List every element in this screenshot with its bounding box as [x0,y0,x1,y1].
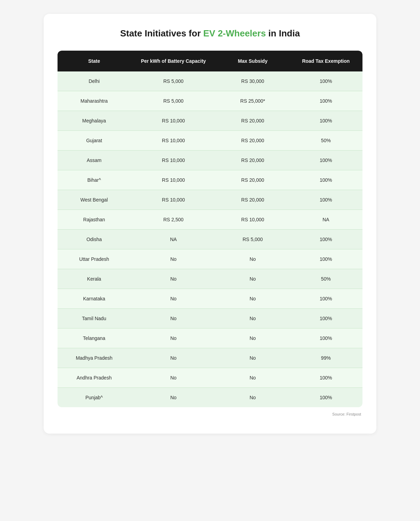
cell-subsidy: No [216,328,289,348]
header-subsidy: Max Subsidy [216,51,289,71]
table-row: Andhra PradeshNoNo100% [58,368,362,388]
cell-subsidy: No [216,269,289,289]
cell-subsidy: No [216,289,289,309]
cell-subsidy: No [216,348,289,368]
cell-road: 99% [289,348,362,368]
cell-subsidy: No [216,368,289,388]
cell-battery: No [131,289,216,309]
cell-road: 100% [289,190,362,210]
cell-road: 100% [289,309,362,328]
cell-battery: RS 10,000 [131,170,216,190]
cell-state: Gujarat [58,131,131,151]
cell-state: Maharashtra [58,91,131,111]
cell-road: 100% [289,170,362,190]
cell-subsidy: RS 20,000 [216,170,289,190]
cell-subsidy: RS 20,000 [216,111,289,131]
cell-state: Punjab^ [58,388,131,407]
cell-road: NA [289,210,362,230]
initiatives-table: State Per kWh of Battery Capacity Max Su… [58,51,362,407]
table-row: GujaratRS 10,000RS 20,00050% [58,131,362,151]
source-text: Source: Firstpost [332,412,361,416]
cell-state: Tamil Nadu [58,309,131,328]
table-row: TelanganaNoNo100% [58,328,362,348]
table-row: Tamil NaduNoNo100% [58,309,362,328]
cell-battery: No [131,368,216,388]
cell-road: 100% [289,230,362,249]
cell-subsidy: RS 20,000 [216,131,289,151]
cell-battery: No [131,388,216,407]
cell-road: 100% [289,328,362,348]
cell-road: 100% [289,388,362,407]
cell-state: Odisha [58,230,131,249]
cell-battery: No [131,309,216,328]
cell-battery: RS 5,000 [131,91,216,111]
table-row: MaharashtraRS 5,000RS 25,000*100% [58,91,362,111]
cell-road: 100% [289,111,362,131]
cell-battery: RS 5,000 [131,71,216,91]
cell-road: 100% [289,289,362,309]
cell-battery: RS 10,000 [131,151,216,170]
cell-subsidy: RS 30,000 [216,71,289,91]
cell-state: Meghalaya [58,111,131,131]
table-row: KeralaNoNo50% [58,269,362,289]
header-state: State [58,51,131,71]
cell-state: West Bengal [58,190,131,210]
cell-battery: RS 2,500 [131,210,216,230]
table-row: West BengalRS 10,000RS 20,000100% [58,190,362,210]
table-row: MeghalayaRS 10,000RS 20,000100% [58,111,362,131]
title-before: State Initiatives for [120,28,203,39]
header-battery: Per kWh of Battery Capacity [131,51,216,71]
cell-state: Madhya Pradesh [58,348,131,368]
table-row: AssamRS 10,000RS 20,000100% [58,151,362,170]
cell-subsidy: RS 20,000 [216,151,289,170]
cell-road: 100% [289,71,362,91]
cell-battery: No [131,249,216,269]
table-row: Bihar^RS 10,000RS 20,000100% [58,170,362,190]
table-row: KarnatakaNoNo100% [58,289,362,309]
page-title: State Initiatives for EV 2-Wheelers in I… [58,28,362,40]
table-row: OdishaNARS 5,000100% [58,230,362,249]
cell-subsidy: RS 25,000* [216,91,289,111]
cell-road: 50% [289,269,362,289]
cell-subsidy: No [216,249,289,269]
cell-battery: No [131,269,216,289]
cell-subsidy: RS 10,000 [216,210,289,230]
source-line: Source: Firstpost [58,412,362,416]
cell-state: Uttar Pradesh [58,249,131,269]
cell-road: 100% [289,91,362,111]
table-row: DelhiRS 5,000RS 30,000100% [58,71,362,91]
cell-subsidy: RS 5,000 [216,230,289,249]
table-row: Punjab^NoNo100% [58,388,362,407]
table-row: Uttar PradeshNoNo100% [58,249,362,269]
cell-state: Delhi [58,71,131,91]
cell-road: 100% [289,249,362,269]
cell-battery: RS 10,000 [131,131,216,151]
cell-battery: RS 10,000 [131,190,216,210]
cell-subsidy: RS 20,000 [216,190,289,210]
cell-road: 100% [289,151,362,170]
cell-road: 100% [289,368,362,388]
cell-battery: No [131,348,216,368]
cell-state: Karnataka [58,289,131,309]
title-after: in India [266,28,300,39]
cell-subsidy: No [216,388,289,407]
cell-state: Rajasthan [58,210,131,230]
title-highlight: EV 2-Wheelers [203,28,266,39]
table-row: RajasthanRS 2,500RS 10,000NA [58,210,362,230]
main-container: State Initiatives for EV 2-Wheelers in I… [44,14,376,434]
header-road: Road Tax Exemption [289,51,362,71]
cell-state: Telangana [58,328,131,348]
cell-subsidy: No [216,309,289,328]
cell-state: Assam [58,151,131,170]
cell-battery: RS 10,000 [131,111,216,131]
cell-state: Kerala [58,269,131,289]
cell-road: 50% [289,131,362,151]
table-header-row: State Per kWh of Battery Capacity Max Su… [58,51,362,71]
cell-state: Andhra Pradesh [58,368,131,388]
cell-state: Bihar^ [58,170,131,190]
table-row: Madhya PradeshNoNo99% [58,348,362,368]
cell-battery: No [131,328,216,348]
cell-battery: NA [131,230,216,249]
